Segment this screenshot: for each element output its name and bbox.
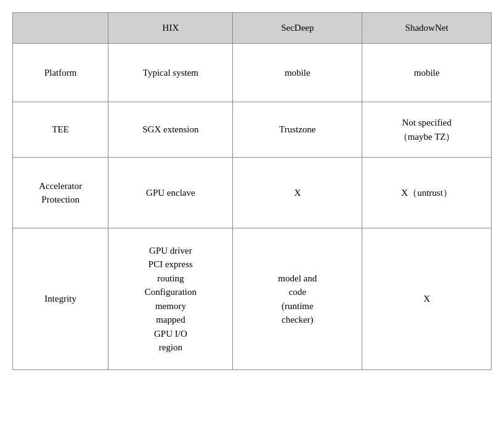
shadownet-platform: mobile — [362, 44, 492, 102]
hix-platform: Typical system — [108, 44, 233, 102]
secdeep-platform: mobile — [233, 44, 362, 102]
row-integrity: Integrity GPU driverPCI expressroutingCo… — [13, 228, 492, 370]
secdeep-tee: Trustzone — [233, 102, 362, 158]
label-accelerator: AcceleratorProtection — [13, 158, 108, 228]
row-platform: Platform Typical system mobile mobile — [13, 44, 492, 102]
shadownet-accelerator: X（untrust） — [362, 158, 492, 228]
secdeep-integrity: model andcode(runtimechecker) — [233, 228, 362, 370]
label-tee: TEE — [13, 102, 108, 158]
label-integrity: Integrity — [13, 228, 108, 370]
secdeep-accelerator: X — [233, 158, 362, 228]
shadownet-integrity: X — [362, 228, 492, 370]
header-empty — [13, 13, 108, 44]
comparison-table: HIX SecDeep ShadowNet Platform Typical s… — [12, 12, 492, 370]
hix-integrity: GPU driverPCI expressroutingConfiguratio… — [108, 228, 233, 370]
shadownet-tee: Not specified（maybe TZ） — [362, 102, 492, 158]
header-hix: HIX — [108, 13, 233, 44]
row-accelerator: AcceleratorProtection GPU enclave X X（un… — [13, 158, 492, 228]
hix-tee: SGX extension — [108, 102, 233, 158]
row-tee: TEE SGX extension Trustzone Not specifie… — [13, 102, 492, 158]
header-shadownet: ShadowNet — [362, 13, 492, 44]
hix-accelerator: GPU enclave — [108, 158, 233, 228]
label-platform: Platform — [13, 44, 108, 102]
header-secdeep: SecDeep — [233, 13, 362, 44]
comparison-table-container: HIX SecDeep ShadowNet Platform Typical s… — [12, 12, 492, 370]
